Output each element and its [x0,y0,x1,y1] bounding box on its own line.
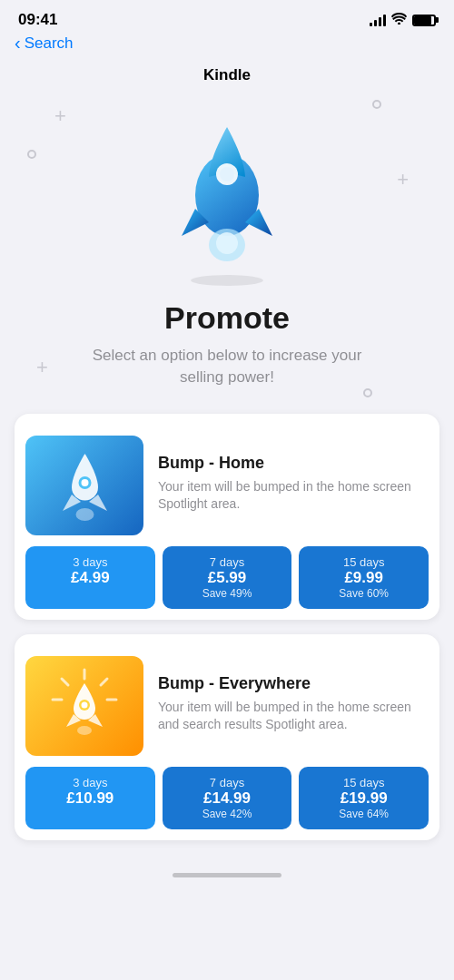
bump-everywhere-pricing: 3 days £10.99 7 days £14.99 Save 42% 15 … [15,767,439,840]
promote-title: Promote [164,300,290,336]
rocket-shadow [191,275,263,286]
bump-home-price-7days[interactable]: 7 days £5.99 Save 49% [163,546,292,609]
bump-everywhere-description: Your item will be bumped in the home scr… [158,699,425,734]
bump-home-icon-box [25,436,143,535]
deco-cross-2: + [397,168,409,191]
promote-subtitle: Select an option below to increase your … [82,345,372,388]
deco-cross-1: + [54,104,66,128]
card-top-home: Bump - Home Your item will be bumped in … [15,414,439,546]
home-indicator [0,858,454,885]
bump-home-title: Bump - Home [158,454,425,473]
bump-home-text: Bump - Home Your item will be bumped in … [158,439,425,521]
wifi-icon [391,13,407,27]
deco-circle-2 [27,150,36,159]
nav-back[interactable]: ‹ Search [0,33,454,59]
bump-everywhere-text: Bump - Everywhere Your item will be bump… [158,660,425,741]
bump-everywhere-price-15days[interactable]: 15 days £19.99 Save 64% [299,767,429,829]
bump-home-card: Bump - Home Your item will be bumped in … [15,414,439,620]
cards-container: Bump - Home Your item will be bumped in … [0,407,454,858]
svg-line-9 [101,679,107,685]
svg-point-4 [216,232,238,254]
bump-everywhere-title: Bump - Everywhere [158,674,425,693]
bump-home-price-15days[interactable]: 15 days £9.99 Save 60% [299,546,429,609]
card-top-everywhere: Bump - Everywhere Your item will be bump… [15,634,439,767]
bump-everywhere-price-3days[interactable]: 3 days £10.99 [25,767,155,829]
back-label[interactable]: Search [25,34,74,53]
bump-home-price-3days[interactable]: 3 days £4.99 [25,546,155,609]
status-icons [370,13,436,27]
hero-section: + + + [0,95,454,407]
page-title: Kindle [203,66,251,84]
svg-point-7 [75,508,94,521]
status-bar: 09:41 [0,0,454,33]
status-time: 09:41 [18,11,57,29]
bump-everywhere-icon-box [25,656,143,756]
deco-circle-3 [363,388,372,397]
svg-line-10 [62,679,68,685]
battery-icon [412,15,436,26]
rocket-image [154,104,300,268]
svg-point-15 [77,726,92,735]
svg-point-2 [220,167,234,181]
bump-home-description: Your item will be bumped in the home scr… [158,478,425,514]
svg-point-6 [81,479,88,486]
back-chevron-icon: ‹ [15,33,21,54]
home-bar [173,873,281,877]
bump-everywhere-card: Bump - Everywhere Your item will be bump… [15,634,439,840]
page-header: Kindle [0,59,454,95]
bump-everywhere-price-7days[interactable]: 7 days £14.99 Save 42% [163,767,292,829]
deco-cross-3: + [36,356,48,379]
bump-home-pricing: 3 days £4.99 7 days £5.99 Save 49% 15 da… [15,546,439,620]
signal-icon [370,14,386,26]
svg-point-14 [82,701,88,708]
deco-circle-1 [372,100,381,109]
